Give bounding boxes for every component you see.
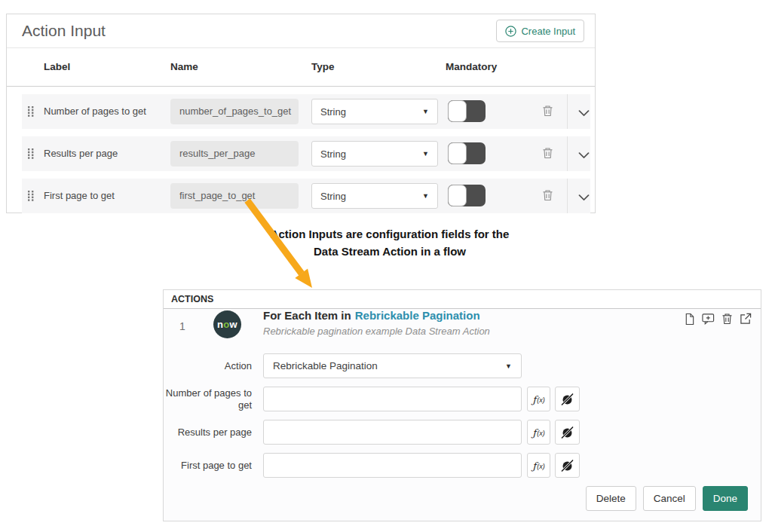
divider	[567, 94, 568, 129]
open-in-new-icon[interactable]	[740, 313, 752, 326]
delete-row-button[interactable]	[542, 147, 553, 161]
column-header-type: Type	[311, 61, 335, 72]
caret-down-icon: ▼	[422, 150, 429, 157]
field-label: Number of pages to get	[164, 387, 252, 411]
plus-circle-icon	[505, 26, 516, 37]
caret-down-icon: ▼	[422, 108, 429, 115]
input-rows: Number of pages to get number_of_pages_t…	[7, 87, 595, 213]
type-select-value: String	[320, 106, 346, 118]
delete-row-button[interactable]	[542, 189, 553, 203]
expand-row-button[interactable]	[578, 108, 590, 119]
delete-row-button[interactable]	[542, 105, 553, 119]
cancel-button[interactable]: Cancel	[643, 486, 696, 511]
field-row: Results per page ƒ (x)	[164, 420, 761, 445]
action-select[interactable]: Rebrickable Pagination ▼	[263, 353, 522, 378]
field-input[interactable]	[263, 387, 522, 411]
action-select-row: Action Rebrickable Pagination ▼	[164, 353, 761, 378]
name-field[interactable]: number_of_pages_to_get	[170, 99, 299, 124]
data-pill-picker-icon[interactable]	[555, 387, 580, 411]
fx-label: ƒ	[532, 395, 536, 405]
field-input[interactable]	[263, 420, 522, 445]
toggle-knob	[448, 100, 467, 122]
column-header-name: Name	[170, 61, 198, 72]
action-input-header: Action Input Create Input	[7, 14, 595, 48]
logo-char: n	[217, 319, 223, 330]
data-pill-picker-icon[interactable]	[555, 453, 580, 478]
type-select[interactable]: String ▼	[311, 183, 438, 209]
divider	[567, 136, 568, 171]
drag-handle-icon[interactable]	[28, 191, 34, 204]
copy-icon[interactable]	[684, 313, 695, 326]
table-row: Number of pages to get number_of_pages_t…	[22, 94, 590, 129]
fx-args: (x)	[537, 463, 545, 470]
action-select-value: Rebrickable Pagination	[273, 360, 378, 371]
arrow-down-icon	[235, 196, 329, 300]
field-label: First page to get	[164, 460, 252, 472]
delete-button[interactable]: Delete	[586, 486, 636, 511]
caret-down-icon: ▼	[505, 362, 512, 370]
fx-button[interactable]: ƒ (x)	[527, 453, 550, 478]
mandatory-toggle[interactable]	[448, 185, 486, 206]
field-label: Results per page	[164, 427, 252, 439]
expand-row-button[interactable]	[578, 192, 590, 203]
input-label: First page to get	[44, 190, 115, 201]
type-select[interactable]: String ▼	[311, 141, 438, 167]
name-field[interactable]: results_per_page	[170, 141, 299, 167]
fx-label: ƒ	[532, 461, 536, 471]
footer-buttons: Delete Cancel Done	[586, 486, 748, 511]
create-input-button[interactable]: Create Input	[496, 20, 584, 42]
field-row: Number of pages to get ƒ (x)	[164, 387, 761, 411]
data-pill-picker-icon[interactable]	[555, 420, 580, 445]
fx-label: ƒ	[532, 428, 536, 438]
type-select-value: String	[320, 148, 346, 160]
servicenow-logo: now	[213, 310, 241, 338]
logo-char: o	[223, 319, 229, 330]
divider	[567, 179, 568, 213]
caret-down-icon: ▼	[422, 192, 429, 200]
action-link[interactable]: Rebrickable Pagination	[355, 309, 480, 322]
field-label: Action	[164, 360, 252, 372]
fx-button[interactable]: ƒ (x)	[527, 387, 550, 411]
actions-panel: ACTIONS 1 now For Each Item inRebrickabl…	[163, 289, 761, 521]
drag-handle-icon[interactable]	[28, 148, 34, 162]
step-number: 1	[179, 320, 185, 332]
fx-button[interactable]: ƒ (x)	[527, 420, 550, 445]
field-row: First page to get ƒ (x)	[164, 453, 761, 478]
step-subtitle: Rebrickable pagination example Data Stre…	[263, 326, 490, 337]
table-header-row: Label Name Type Mandatory	[7, 48, 595, 87]
step-title-prefix: For Each Item in	[263, 309, 351, 322]
input-label: Number of pages to get	[44, 105, 146, 117]
input-label: Results per page	[44, 148, 118, 159]
add-comment-icon[interactable]	[702, 313, 715, 326]
column-header-mandatory: Mandatory	[446, 61, 497, 72]
logo-char: w	[230, 319, 237, 330]
done-button[interactable]: Done	[703, 486, 748, 511]
type-select[interactable]: String ▼	[311, 99, 438, 124]
column-header-label: Label	[44, 61, 70, 72]
mandatory-toggle[interactable]	[448, 100, 486, 122]
action-input-panel: Action Input Create Input Label Name Typ…	[6, 14, 596, 213]
table-row: Results per page results_per_page String…	[22, 136, 590, 171]
fx-args: (x)	[537, 397, 545, 404]
step-title: For Each Item inRebrickable Pagination	[263, 309, 480, 322]
drag-handle-icon[interactable]	[28, 106, 34, 120]
mandatory-toggle[interactable]	[448, 142, 486, 164]
expand-row-button[interactable]	[578, 150, 590, 161]
toggle-knob	[448, 185, 467, 206]
step-toolbar	[684, 313, 752, 326]
toggle-knob	[448, 142, 467, 164]
create-input-label: Create Input	[521, 26, 575, 37]
fx-args: (x)	[537, 430, 545, 437]
field-input[interactable]	[263, 453, 522, 478]
trash-icon[interactable]	[721, 313, 733, 326]
panel-title: Action Input	[22, 22, 106, 40]
